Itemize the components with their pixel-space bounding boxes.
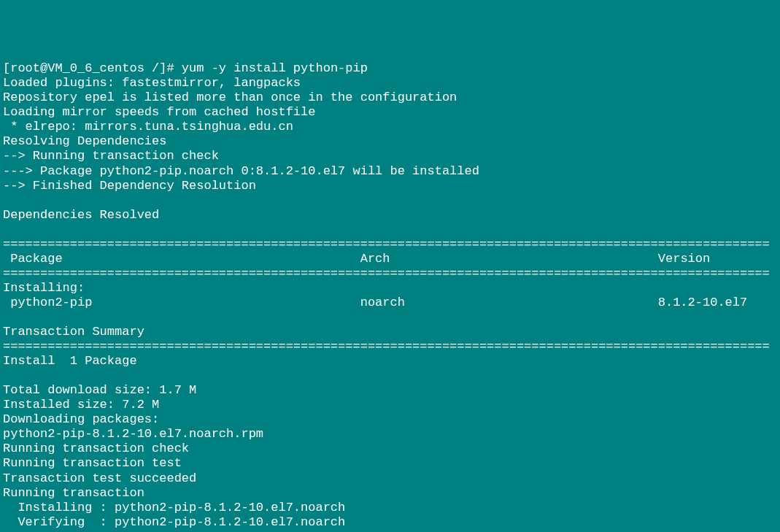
table-header-version: Version	[658, 252, 710, 266]
transaction-succeeded: Transaction test succeeded	[3, 471, 196, 485]
divider-summary: ========================================…	[3, 339, 777, 354]
output-elrepo-mirror: * elrepo: mirrors.tuna.tsinghua.edu.cn	[3, 120, 293, 134]
transaction-installed-size: Installed size: 7.2 M	[3, 398, 159, 412]
output-loading-mirrors: Loading mirror speeds from cached hostfi…	[3, 105, 315, 119]
transaction-installing-line: Installing : python2-pip-8.1.2-10.el7.no…	[3, 501, 345, 514]
transaction-test: Running transaction test	[3, 456, 182, 470]
divider-top: ========================================…	[3, 237, 777, 252]
command-text: yum -y install python-pip	[182, 61, 368, 75]
table-pkg-name: python2-pip	[3, 296, 92, 309]
table-installing-label: Installing:	[3, 281, 85, 295]
transaction-summary-label: Transaction Summary	[3, 325, 144, 339]
terminal-window[interactable]: [root@VM_0_6_centos /]# yum -y install p…	[3, 61, 777, 532]
transaction-running: Running transaction	[3, 486, 144, 500]
prompt-user-host: [root@VM_0_6_centos /]#	[3, 61, 174, 75]
transaction-download-size: Total download size: 1.7 M	[3, 383, 196, 397]
output-repo-warning: Repository epel is listed more than once…	[3, 90, 457, 104]
transaction-install-count: Install 1 Package	[3, 354, 137, 368]
transaction-verifying-line: Verifying : python2-pip-8.1.2-10.el7.noa…	[3, 515, 345, 529]
table-header-arch: Arch	[360, 252, 390, 266]
output-loaded-plugins: Loaded plugins: fastestmirror, langpacks	[3, 76, 301, 90]
output-running-trans-check: --> Running transaction check	[3, 149, 219, 163]
transaction-rpm-file: python2-pip-8.1.2-10.el7.noarch.rpm	[3, 427, 263, 441]
output-finished-resolution: --> Finished Dependency Resolution	[3, 179, 256, 193]
output-deps-resolved: Dependencies Resolved	[3, 208, 159, 222]
table-header-package: Package	[3, 252, 63, 266]
divider-header: ========================================…	[3, 266, 777, 281]
table-pkg-arch: noarch	[360, 296, 405, 309]
transaction-check: Running transaction check	[3, 442, 189, 455]
output-resolving-deps: Resolving Dependencies	[3, 134, 166, 148]
table-pkg-version: 8.1.2-10.el7	[658, 296, 747, 309]
output-package-install: ---> Package python2-pip.noarch 0:8.1.2-…	[3, 164, 479, 178]
transaction-downloading: Downloading packages:	[3, 412, 159, 426]
